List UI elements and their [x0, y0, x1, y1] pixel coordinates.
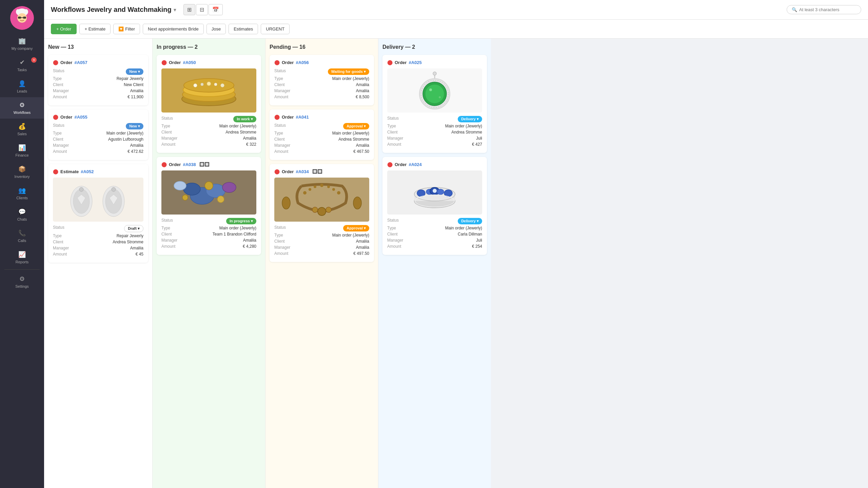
svg-point-22: [207, 82, 211, 86]
search-box[interactable]: 🔍: [787, 5, 861, 14]
card-field-status: Status New ▾: [53, 68, 143, 75]
sidebar-item-settings[interactable]: ⚙ Settings: [0, 271, 44, 292]
card-field-type: Type Main order (Jewerly): [274, 76, 369, 81]
column-header: Delivery — 2: [382, 44, 487, 50]
card-a025: ⬤ Order #A025: [382, 55, 487, 153]
search-input[interactable]: [799, 7, 856, 12]
card-field-status: Status New ▾: [53, 123, 143, 129]
sidebar-item-clients[interactable]: 👥 Clients: [0, 183, 44, 204]
status-badge[interactable]: In progress ▾: [226, 218, 256, 224]
svg-point-30: [174, 181, 186, 190]
sidebar-item-inventory[interactable]: 📦 Inventory: [0, 161, 44, 183]
next-appointments-btn[interactable]: Next appointements Bride: [143, 24, 204, 34]
clients-icon: 👥: [18, 187, 26, 194]
sidebar-item-leads[interactable]: 👤 Leads: [0, 76, 44, 97]
svg-point-35: [309, 188, 311, 191]
status-badge[interactable]: In work ▾: [233, 116, 256, 122]
sidebar-item-label: Inventory: [14, 175, 29, 179]
title-dropdown-arrow[interactable]: ▾: [174, 7, 176, 13]
card-link[interactable]: #A024: [409, 162, 421, 167]
card-link[interactable]: #A025: [409, 60, 421, 65]
svg-point-26: [205, 182, 213, 190]
record-icon: ⬤: [53, 114, 58, 120]
card-link[interactable]: #A050: [183, 60, 196, 65]
sidebar-item-tasks[interactable]: ✔ 9 Tasks: [0, 55, 44, 76]
sidebar-item-sales[interactable]: 💰 Sales: [0, 119, 44, 140]
sidebar-item-finance[interactable]: 📊 Finance: [0, 140, 44, 161]
sidebar-item-calls[interactable]: 📞 Calls: [0, 225, 44, 247]
card-field-type: Type Main order (Jewerly): [161, 226, 256, 230]
status-badge[interactable]: Waiting for goods ▾: [328, 68, 369, 75]
card-link[interactable]: #A056: [296, 60, 309, 65]
card-title: ⬤ Order #A038 🔲🔲: [161, 162, 256, 167]
inventory-icon: 📦: [18, 165, 26, 173]
sidebar-item-workflows[interactable]: ⚙ Workflows: [0, 97, 44, 119]
column-new: New — 13 ⬤ Order #A057 Status New ▾ Type…: [44, 39, 153, 488]
estimate-button[interactable]: + Estimate: [79, 24, 111, 34]
status-badge[interactable]: Delivery ▾: [458, 218, 482, 224]
card-field-amount: Amount € 427: [387, 142, 482, 147]
sales-icon: 💰: [18, 123, 26, 130]
svg-point-27: [217, 196, 224, 203]
view-table-btn[interactable]: ⊟: [196, 4, 208, 15]
jose-btn[interactable]: Jose: [206, 24, 226, 34]
column-pending: Pending — 16 ⬤ Order #A056 Status Waitin…: [265, 39, 378, 488]
card-field-status: Status In work ▾: [161, 116, 256, 122]
card-link[interactable]: #A052: [81, 169, 94, 174]
avatar: [10, 6, 34, 30]
toolbar: + Order + Estimate 🔽 Filter Next appoint…: [44, 20, 868, 39]
card-prefix: Order: [282, 115, 294, 120]
order-button[interactable]: + Order: [51, 24, 77, 34]
status-badge[interactable]: Approval ▾: [343, 225, 369, 231]
view-calendar-btn[interactable]: 📅: [209, 4, 223, 15]
filter-button[interactable]: 🔽 Filter: [113, 24, 140, 34]
svg-point-61: [433, 189, 437, 193]
card-field-status: Status Draft ▾: [53, 225, 143, 232]
card-link[interactable]: #A034: [296, 169, 309, 174]
card-a057: ⬤ Order #A057 Status New ▾ Type Repair J…: [48, 55, 148, 105]
card-field-manager: Manager Amaliia: [274, 245, 369, 250]
card-field-manager: Manager Juli: [387, 238, 482, 243]
record-icon: ⬤: [274, 169, 280, 174]
estimates-btn[interactable]: Estimates: [229, 24, 258, 34]
column-header: New — 13: [48, 44, 148, 50]
svg-point-45: [425, 84, 444, 103]
urgent-btn[interactable]: URGENT: [261, 24, 290, 34]
header: Workflows Jewelry and Watchmaking ▾ ⊞ ⊟ …: [44, 0, 868, 20]
status-badge[interactable]: Approval ▾: [343, 123, 369, 129]
view-kanban-btn[interactable]: ⊞: [183, 4, 195, 15]
card-field-status: Status Approval ▾: [274, 225, 369, 231]
card-field-type: Type Main order (Jewerly): [274, 131, 369, 136]
svg-point-3: [24, 9, 28, 15]
card-prefix: Order: [395, 60, 407, 65]
card-link[interactable]: #A055: [74, 115, 87, 120]
card-a034: ⬤ Order #A034 🔲🔲: [270, 164, 374, 262]
card-field-client: Client Amaliia: [274, 239, 369, 244]
card-image: [387, 170, 482, 215]
status-badge[interactable]: Delivery ▾: [458, 116, 482, 122]
card-image: [387, 68, 482, 113]
sidebar-item-label: Leads: [17, 89, 27, 93]
status-badge[interactable]: New ▾: [126, 123, 143, 129]
card-field-client: Client Andrea Stromme: [53, 240, 143, 244]
card-link[interactable]: #A041: [296, 115, 309, 120]
card-field-amount: Amount € 497.50: [274, 251, 369, 256]
card-field-status: Status In progress ▾: [161, 218, 256, 224]
card-link[interactable]: #A038: [183, 162, 196, 167]
card-prefix: Order: [169, 162, 181, 167]
card-field-status: Status Waiting for goods ▾: [274, 68, 369, 75]
card-prefix: Order: [282, 60, 294, 65]
status-badge[interactable]: New ▾: [126, 68, 143, 75]
card-field-manager: Manager Amaliia: [53, 88, 143, 93]
status-badge[interactable]: Draft ▾: [124, 225, 143, 232]
card-link[interactable]: #A057: [74, 60, 87, 65]
card-a052: ⬤ Estimate #A052: [48, 164, 148, 263]
sidebar-item-reports[interactable]: 📈 Reports: [0, 247, 44, 268]
card-field-amount: Amount € 4,280: [161, 244, 256, 249]
sidebar-item-label: Workflows: [14, 110, 31, 115]
svg-point-47: [439, 96, 441, 98]
card-field-client: Client Andrea Stromme: [387, 130, 482, 135]
column-header: In progress — 2: [157, 44, 261, 50]
sidebar-item-chats[interactable]: 💬 Chats: [0, 204, 44, 225]
sidebar-item-my-company[interactable]: 🏢 My company: [0, 33, 44, 55]
